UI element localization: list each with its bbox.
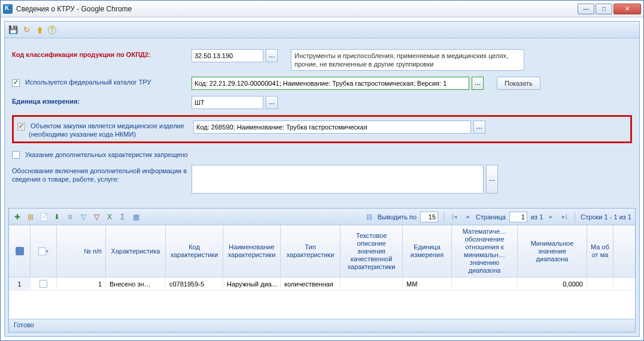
col-header-name[interactable]: Наименование характеристики bbox=[223, 225, 281, 277]
pick-okpd2[interactable]: … bbox=[266, 49, 278, 62]
col-header-checkbox[interactable]: ▾ bbox=[31, 225, 57, 277]
titlebar: Сведения о КТРУ - Google Chrome — □ ✕ bbox=[1, 1, 643, 17]
textarea-justification[interactable] bbox=[192, 165, 484, 194]
pick-fed-catalog[interactable]: … bbox=[472, 77, 484, 90]
grid-settings-icon[interactable]: ▦ bbox=[131, 212, 141, 222]
row-extra-forbidden: Указание дополнительных характеристик за… bbox=[12, 149, 632, 159]
pager-page-label: Страница bbox=[476, 213, 506, 221]
window-controls: — □ ✕ bbox=[578, 4, 641, 14]
grid-list-icon[interactable]: ≡ bbox=[65, 212, 75, 222]
label-fed-catalog: Используется федеральный каталог ТРУ bbox=[12, 77, 192, 87]
row-okpd2: Код классификации продукции по ОКПД2: … … bbox=[12, 49, 632, 71]
pager-page-input[interactable] bbox=[509, 212, 527, 222]
grid-toolbar: ✚ ⊞ 📄 ⬇ ≡ ▽ ▽ X Σ ▦ ⊟ Выводить по |◂ ◂ С… bbox=[9, 209, 635, 225]
cell-check[interactable] bbox=[31, 277, 57, 290]
maximize-button[interactable]: □ bbox=[596, 4, 612, 14]
pick-unit[interactable]: … bbox=[266, 96, 278, 109]
cell-name: Наружный диа… bbox=[223, 277, 281, 290]
col-header-min[interactable]: Минимальное значение диапазона bbox=[518, 225, 587, 277]
label-med-line2: (необходимо указание кода НКМИ) bbox=[29, 131, 136, 138]
main-panel: 💾 ↻ ▮ ? Код классификации продукции по О… bbox=[4, 21, 640, 337]
label-okpd2: Код классификации продукции по ОКПД2: bbox=[12, 49, 192, 58]
input-okpd2[interactable] bbox=[192, 49, 263, 62]
grid-filter-icon[interactable]: ▽ bbox=[78, 212, 88, 222]
characteristics-grid: ✚ ⊞ 📄 ⬇ ≡ ▽ ▽ X Σ ▦ ⊟ Выводить по |◂ ◂ С… bbox=[8, 208, 636, 333]
col-header-math[interactable]: Математиче… обозначение отношения к мини… bbox=[452, 225, 518, 277]
grid-remove-filter-icon[interactable]: ▽ bbox=[92, 212, 101, 222]
cell-num: 1 bbox=[57, 277, 106, 290]
label-fed-catalog-text: Используется федеральный каталог ТРУ bbox=[25, 79, 151, 86]
output-per-label: Выводить по bbox=[378, 213, 417, 221]
label-medical-device: Объектом закупки является медицинское из… bbox=[17, 120, 193, 138]
input-unit[interactable] bbox=[192, 96, 263, 109]
pager-first[interactable]: |◂ bbox=[449, 212, 459, 222]
main-toolbar: 💾 ↻ ▮ ? bbox=[5, 22, 639, 38]
check-medical-device bbox=[17, 123, 25, 131]
col-header-marker[interactable] bbox=[9, 225, 31, 277]
col-header-unit[interactable]: Единица измерения bbox=[403, 225, 452, 277]
grid-sum-icon[interactable]: Σ bbox=[118, 212, 127, 222]
okpd2-description: Инструменты и приспособления, применяемы… bbox=[291, 49, 524, 71]
pager-last[interactable]: ▸| bbox=[560, 212, 569, 222]
grid-copy-icon[interactable]: 📄 bbox=[39, 212, 48, 222]
row-fed-catalog: Используется федеральный каталог ТРУ … П… bbox=[12, 77, 632, 90]
check-extra-forbidden[interactable] bbox=[12, 151, 20, 159]
minimize-button[interactable]: — bbox=[578, 4, 594, 14]
cell-code: c0781959-5 bbox=[166, 277, 223, 290]
close-button[interactable]: ✕ bbox=[613, 4, 641, 14]
col-header-max[interactable]: Ма об от ма bbox=[587, 225, 613, 277]
col-header-num[interactable]: № п/п bbox=[57, 225, 106, 277]
window-title: Сведения о КТРУ - Google Chrome bbox=[16, 5, 578, 13]
save-icon[interactable]: 💾 bbox=[8, 25, 18, 35]
label-unit: Единица измерения: bbox=[12, 96, 192, 105]
cell-char: Внесено зн… bbox=[106, 277, 166, 290]
pick-medical-device[interactable]: … bbox=[473, 120, 485, 134]
grid-structure-icon[interactable]: ⊞ bbox=[26, 212, 35, 222]
col-header-char[interactable]: Характеристика bbox=[106, 225, 166, 277]
row-justification: Обоснование включения дополнительной инф… bbox=[12, 165, 632, 194]
pager-rows-text: Строки 1 - 1 из 1 bbox=[581, 213, 631, 221]
cell-min: 0,0000 bbox=[518, 277, 587, 290]
check-fed-catalog[interactable] bbox=[12, 79, 20, 87]
cell-unit: ММ bbox=[403, 277, 452, 290]
grid-add-icon[interactable]: ✚ bbox=[13, 212, 22, 222]
col-header-type[interactable]: Тип характеристики bbox=[281, 225, 341, 277]
grid-tree-icon[interactable]: ⊟ bbox=[364, 212, 374, 222]
app-icon bbox=[3, 4, 13, 14]
grid-header: ▾ № п/п Характеристика Код характеристик… bbox=[9, 225, 635, 277]
label-extra-forbidden: Указание дополнительных характеристик за… bbox=[12, 149, 188, 159]
label-justification: Обоснование включения дополнительной инф… bbox=[12, 165, 192, 183]
grid-body: 1 1 Внесено зн… c0781959-5 Наружный диа…… bbox=[9, 277, 635, 291]
key-icon[interactable]: ▮ bbox=[35, 25, 44, 35]
cell-type: количественная bbox=[281, 277, 341, 290]
help-icon[interactable]: ? bbox=[48, 26, 56, 34]
pager-of-label: из 1 bbox=[531, 213, 543, 221]
window: Сведения о КТРУ - Google Chrome — □ ✕ 💾 … bbox=[0, 0, 644, 341]
grid-excel-icon[interactable]: X bbox=[105, 212, 114, 222]
label-extra-forbidden-text: Указание дополнительных характеристик за… bbox=[25, 151, 188, 158]
cell-max bbox=[587, 277, 613, 290]
refresh-icon[interactable]: ↻ bbox=[22, 25, 31, 35]
pager-prev[interactable]: ◂ bbox=[463, 212, 472, 222]
col-header-desc[interactable]: Текстовое описание значения качественной… bbox=[341, 225, 403, 277]
label-med-line1: Объектом закупки является медицинское из… bbox=[31, 122, 184, 129]
medical-device-frame: Объектом закупки является медицинское из… bbox=[12, 115, 632, 143]
grid-download-icon[interactable]: ⬇ bbox=[52, 212, 62, 222]
cell-idx: 1 bbox=[9, 277, 31, 290]
show-button[interactable]: Показать bbox=[497, 77, 540, 90]
cell-math bbox=[452, 277, 518, 290]
col-header-code[interactable]: Код характеристики bbox=[166, 225, 223, 277]
form-area: Код классификации продукции по ОКПД2: … … bbox=[5, 38, 639, 204]
pager-next[interactable]: ▸ bbox=[546, 212, 556, 222]
status-bar: Готово bbox=[9, 319, 635, 332]
cell-desc bbox=[341, 277, 403, 290]
table-row[interactable]: 1 1 Внесено зн… c0781959-5 Наружный диа…… bbox=[9, 277, 635, 291]
row-unit: Единица измерения: … bbox=[12, 96, 632, 109]
pick-justification[interactable]: … bbox=[486, 165, 498, 194]
input-fed-catalog[interactable] bbox=[192, 77, 469, 90]
output-per-input[interactable] bbox=[420, 212, 438, 222]
input-medical-device[interactable] bbox=[193, 120, 471, 134]
